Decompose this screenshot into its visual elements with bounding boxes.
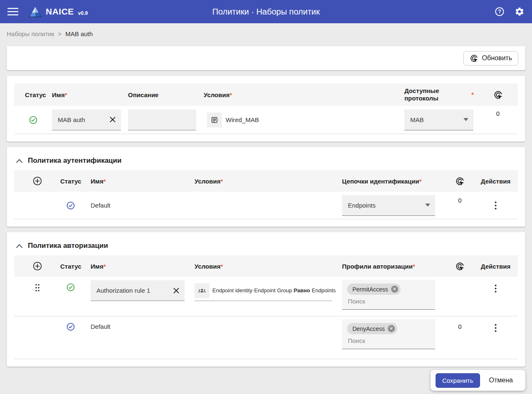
authorization-row-default: Default DenyAccess ✕ 0 bbox=[14, 316, 518, 359]
clear-name-icon[interactable] bbox=[168, 287, 185, 294]
status-enabled-icon[interactable] bbox=[66, 201, 75, 210]
hits-count: 0 bbox=[446, 323, 473, 330]
add-rule-button[interactable] bbox=[14, 261, 60, 271]
authorization-policy-card: Политика авторизации Статус Имя* Условия… bbox=[7, 232, 525, 367]
policy-set-name-input[interactable] bbox=[52, 116, 104, 123]
profile-chip: DenyAccess ✕ bbox=[347, 323, 397, 334]
profiles-field[interactable]: PermitAccess ✕ bbox=[342, 280, 435, 310]
rule-name: Default bbox=[91, 323, 195, 330]
profile-chip-label: PermitAccess bbox=[352, 286, 388, 293]
collapse-section-icon[interactable] bbox=[16, 244, 23, 248]
column-header-description: Описание bbox=[128, 91, 204, 98]
ads-click-icon bbox=[455, 262, 465, 271]
policy-set-card: Статус Имя* Описание Условия* Доступные … bbox=[7, 76, 525, 142]
profile-chip: PermitAccess ✕ bbox=[347, 284, 401, 295]
refresh-button-label: Обновить bbox=[482, 54, 512, 62]
authentication-table-header: Статус Имя* Условия* Цепочки идентификац… bbox=[14, 170, 518, 192]
save-bar: Сохранить Отмена bbox=[431, 370, 525, 391]
row-actions-menu-icon[interactable] bbox=[493, 283, 498, 294]
drag-handle-icon[interactable] bbox=[34, 283, 41, 293]
app-name: NAICE bbox=[46, 7, 74, 17]
ads-click-icon bbox=[493, 90, 503, 100]
menu-icon[interactable] bbox=[7, 7, 18, 16]
row-actions-menu-icon[interactable] bbox=[493, 200, 498, 211]
hits-count: 0 bbox=[478, 110, 518, 117]
policy-set-description-input[interactable] bbox=[128, 110, 196, 130]
protocol-select-value: MAB bbox=[410, 116, 424, 123]
save-button[interactable]: Сохранить bbox=[436, 373, 480, 388]
column-header-conditions: Условия* bbox=[195, 263, 342, 270]
rule-condition-expression: Endpoint identity·Endpoint Group Равно E… bbox=[212, 287, 336, 294]
rule-condition-field: Endpoint identity·Endpoint Group Равно E… bbox=[195, 280, 332, 301]
chevron-down-icon bbox=[425, 203, 430, 207]
policy-set-name-field bbox=[52, 110, 121, 130]
column-header-actions: Действия bbox=[473, 263, 518, 270]
breadcrumb: Наборы политик > MAB auth bbox=[0, 23, 532, 44]
column-header-name: Имя* bbox=[52, 91, 128, 98]
chevron-down-icon bbox=[463, 118, 468, 121]
column-header-status: Статус bbox=[60, 178, 91, 185]
identity-chain-select[interactable]: Endpoints bbox=[342, 195, 435, 216]
profiles-field[interactable]: DenyAccess ✕ bbox=[342, 319, 435, 349]
rule-name-input[interactable] bbox=[91, 287, 168, 294]
column-header-status: Статус bbox=[14, 91, 52, 98]
rule-name-field bbox=[91, 280, 185, 301]
refresh-hits-button[interactable]: Обновить bbox=[463, 51, 518, 66]
condition-cell: Wired_MAB bbox=[204, 113, 404, 127]
article-icon bbox=[210, 116, 219, 124]
authorization-table-header: Статус Имя* Условия* Профили авторизации… bbox=[14, 255, 518, 277]
authorization-row-rule1: Endpoint identity·Endpoint Group Равно E… bbox=[14, 277, 518, 316]
column-header-profiles: Профили авторизации* bbox=[342, 263, 446, 270]
cancel-button[interactable]: Отмена bbox=[489, 377, 513, 384]
column-header-conditions: Условия* bbox=[204, 91, 404, 98]
condition-left: Endpoint identity·Endpoint Group bbox=[212, 287, 292, 294]
add-circle-icon bbox=[32, 176, 42, 186]
naice-logo-icon bbox=[28, 5, 42, 18]
breadcrumb-parent-link[interactable]: Наборы политик bbox=[7, 30, 54, 37]
column-header-conditions: Условия* bbox=[195, 178, 342, 185]
status-enabled-icon[interactable] bbox=[66, 322, 75, 331]
ads-click-icon bbox=[470, 54, 478, 63]
profile-chip-label: DenyAccess bbox=[352, 325, 385, 332]
hits-count: 0 bbox=[446, 197, 473, 204]
policy-set-table-header: Статус Имя* Описание Условия* Доступные … bbox=[14, 83, 518, 106]
svg-text:?: ? bbox=[498, 9, 501, 15]
column-header-hits bbox=[446, 176, 473, 186]
add-rule-button[interactable] bbox=[14, 176, 60, 186]
app-bar: NAICE v0.9 Политики · Наборы политик ? bbox=[0, 0, 532, 23]
condition-operator: Равно bbox=[294, 287, 310, 294]
collapse-section-icon[interactable] bbox=[16, 159, 23, 163]
clear-name-icon[interactable] bbox=[104, 116, 121, 123]
column-header-protocols: Доступные протоколы* bbox=[404, 87, 478, 102]
app-logo: NAICE v0.9 bbox=[28, 5, 88, 18]
row-actions-menu-icon[interactable] bbox=[493, 322, 498, 334]
add-circle-icon bbox=[32, 261, 42, 271]
protocol-select[interactable]: MAB bbox=[404, 110, 473, 130]
profiles-search-input[interactable] bbox=[347, 298, 431, 307]
authentication-section-title: Политика аутентификации bbox=[28, 157, 121, 165]
status-enabled-icon[interactable] bbox=[29, 115, 38, 125]
app-version: v0.9 bbox=[78, 10, 88, 16]
column-header-status: Статус bbox=[60, 263, 91, 270]
remove-chip-icon[interactable]: ✕ bbox=[388, 325, 395, 332]
breadcrumb-separator: > bbox=[58, 30, 62, 37]
remove-chip-icon[interactable]: ✕ bbox=[391, 286, 398, 293]
status-enabled-icon[interactable] bbox=[66, 283, 75, 292]
profiles-search-input[interactable] bbox=[347, 337, 431, 347]
toolbar-card: Обновить bbox=[7, 46, 525, 70]
column-header-actions: Действия bbox=[473, 178, 518, 185]
column-header-hits bbox=[478, 90, 518, 100]
authentication-row-default: Default Endpoints 0 bbox=[14, 192, 518, 219]
column-header-name: Имя* bbox=[91, 263, 195, 270]
status-cell bbox=[60, 283, 91, 292]
help-icon[interactable]: ? bbox=[495, 7, 505, 17]
settings-gear-icon[interactable] bbox=[515, 7, 525, 17]
condition-picker-button[interactable] bbox=[207, 113, 222, 127]
condition-right: Endpoints bbox=[312, 287, 336, 294]
ads-click-icon bbox=[455, 176, 465, 186]
column-header-name: Имя* bbox=[91, 178, 195, 185]
groups-icon bbox=[197, 286, 207, 295]
column-header-identity-chains: Цепочки идентификации* bbox=[342, 178, 446, 185]
column-header-hits bbox=[446, 262, 473, 271]
condition-picker-button[interactable] bbox=[195, 283, 209, 298]
